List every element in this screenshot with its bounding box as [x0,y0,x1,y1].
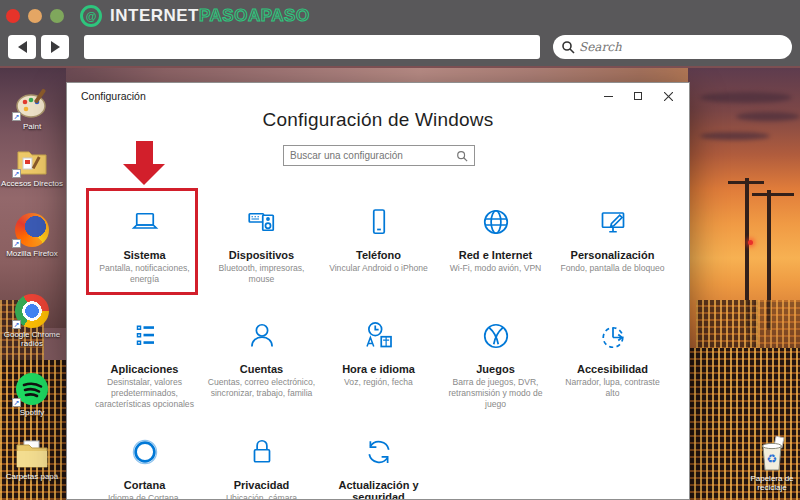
tile-title: Privacidad [234,479,290,491]
search-icon [456,150,468,162]
desktop-icon-paint[interactable]: ↗ Paint [0,84,64,131]
apps-list-icon [127,317,163,355]
tile-accesibilidad[interactable]: Accesibilidad Narrador, lupa, contraste … [554,297,671,411]
back-arrow-icon [18,41,27,53]
window-title: Configuración [81,90,146,102]
tile-title: Cuentas [240,363,283,375]
browser-nav-row [0,32,800,68]
tile-title: Juegos [476,363,515,375]
spotify-icon: ↗ [0,370,64,406]
tile-subtitle: Idioma de Cortana, permisos, notificacio… [91,493,199,500]
maximize-icon [634,92,642,100]
tile-title: Accesibilidad [577,363,648,375]
browser-chrome: @ INTERNETPASOAPASO [0,0,800,68]
browser-title-row: @ INTERNETPASOAPASO [0,0,800,32]
desktop-icon-spotify[interactable]: ↗ Spotify [0,370,64,417]
folder-icon [0,434,64,470]
firefox-icon: ↗ [0,211,64,247]
tile-title: Dispositivos [229,249,294,261]
tile-title: Aplicaciones [111,363,179,375]
close-icon [664,92,673,101]
shortcut-arrow-icon: ↗ [12,112,21,121]
highlight-arrow-head-icon [123,164,165,185]
tile-privacidad[interactable]: Privacidad Ubicación, cámara [203,413,320,500]
brand-part1: INTERNET [110,6,199,25]
screen: @ INTERNETPASOAPASO ↗ Paint ↗ Accesos Di… [0,0,800,500]
time-language-icon [361,317,397,355]
cloud [736,112,800,121]
tile-title: Actualización y seguridad [320,479,437,500]
traffic-light-close-icon[interactable] [6,9,20,23]
shortcut-arrow-icon: ↗ [12,398,21,407]
desktop-icon-label: Accesos Directos [0,179,64,188]
svg-text:♻: ♻ [767,452,778,466]
cortana-ring-icon [127,433,163,471]
settings-search-input[interactable] [290,150,456,161]
tile-aplicaciones[interactable]: Aplicaciones Desinstalar, valores predet… [86,297,203,411]
tile-title: Hora e idioma [342,363,415,375]
desktop-icon-carpetas-papa[interactable]: Carpetas papá [0,434,64,481]
desktop-icon-label: Spotify [0,408,64,417]
tile-telefono[interactable]: Teléfono Vincular Android o iPhone [320,183,437,285]
tile-title: Teléfono [356,249,401,261]
traffic-light-zoom-icon[interactable] [50,9,64,23]
settings-heading: Configuración de Windows [67,109,689,131]
tile-cortana[interactable]: Cortana Idioma de Cortana, permisos, not… [86,413,203,500]
desktop-icon-label: Google Chrome radios [0,330,64,348]
tile-subtitle: Cuentas, correo electrónico, sincronizar… [208,377,316,399]
tile-cuentas[interactable]: Cuentas Cuentas, correo electrónico, sin… [203,297,320,411]
crane-jib [728,181,764,184]
desktop-icon-label: Papelera de reciclaje [742,474,800,492]
accounts-person-icon [244,317,280,355]
desktop-icon-accesos-directos[interactable]: ↗ Accesos Directos [0,141,64,188]
highlight-rectangle [86,188,198,295]
shortcut-arrow-icon: ↗ [12,239,21,248]
tile-subtitle: Barra de juegos, DVR, retransmisión y mo… [442,377,550,411]
tile-red-e-internet[interactable]: Red e Internet Wi-Fi, modo avión, VPN [437,183,554,285]
desktop-icon-firefox[interactable]: ↗ Mozilla Firefox [0,211,64,258]
browser-search-input[interactable] [579,40,749,54]
cloud [700,92,792,103]
tile-subtitle: Vincular Android o iPhone [329,263,428,274]
tile-subtitle: Desinstalar, valores predeterminados, ca… [91,377,199,411]
globe-icon [478,203,514,241]
tile-personalizacion[interactable]: Personalización Fondo, pantalla de bloqu… [554,183,671,285]
desktop-icon-label: Carpetas papá [0,472,64,481]
tile-actualizacion-y-seguridad[interactable]: Actualización y seguridad Windows Update… [320,413,437,500]
maximize-button[interactable] [623,83,653,109]
brand-part2: PASOAPASO [199,6,310,25]
tile-title: Personalización [571,249,655,261]
logo-at-glyph: @ [86,10,97,22]
chrome-icon: ↗ [0,292,64,328]
window-titlebar[interactable]: Configuración [67,83,689,109]
personalization-brush-icon [595,203,631,241]
traffic-light-minimize-icon[interactable] [28,9,42,23]
back-button[interactable] [8,35,36,59]
ease-of-access-icon [595,317,631,355]
browser-search-box[interactable] [553,35,792,59]
settings-search-box[interactable] [283,145,475,166]
tile-subtitle: Wi-Fi, modo avión, VPN [450,263,542,274]
recycle-bin-icon: ♻ [742,434,800,472]
tile-subtitle: Bluetooth, impresoras, mouse [208,263,316,285]
address-bar[interactable] [84,35,540,59]
forward-button[interactable] [41,35,69,59]
search-icon [561,40,575,54]
forward-arrow-icon [51,41,60,53]
tile-hora-e-idioma[interactable]: Hora e idioma Voz, región, fecha [320,297,437,411]
devices-icon [244,203,280,241]
minimize-icon [604,96,613,97]
highlight-arrow-icon [136,141,153,165]
desktop-icon-chrome-radios[interactable]: ↗ Google Chrome radios [0,292,64,348]
xbox-icon [478,317,514,355]
paint-icon: ↗ [0,84,64,120]
desktop-icon-recycle-bin[interactable]: ♻ Papelera de reciclaje [742,434,800,492]
shortcuts-folder-icon: ↗ [0,141,64,177]
tile-subtitle: Ubicación, cámara [226,493,297,500]
tile-dispositivos[interactable]: Dispositivos Bluetooth, impresoras, mous… [203,183,320,285]
shortcut-arrow-icon: ↗ [12,320,21,329]
minimize-button[interactable] [593,83,623,109]
close-button[interactable] [653,83,683,109]
phone-icon [361,203,397,241]
tile-juegos[interactable]: Juegos Barra de juegos, DVR, retransmisi… [437,297,554,411]
